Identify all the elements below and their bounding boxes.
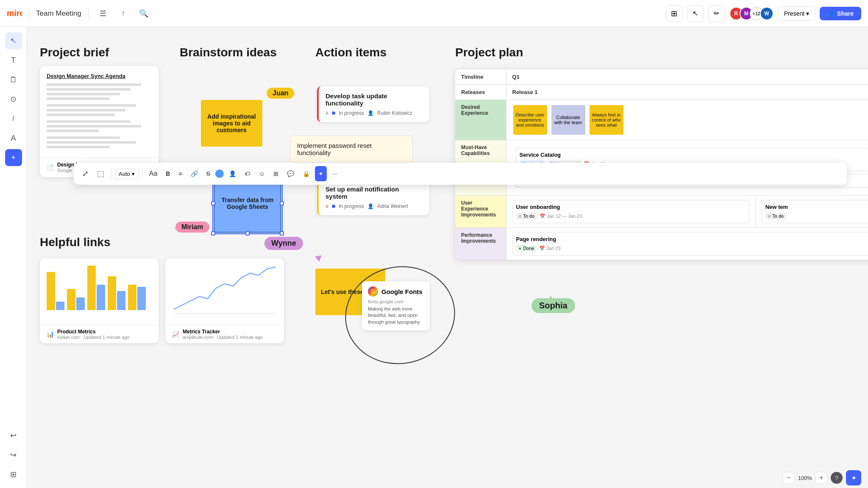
upload-button[interactable]: ↑ [116, 6, 131, 21]
redo-tool[interactable]: ↪ [5, 446, 22, 463]
pp-done: ● Done [516, 245, 537, 252]
avatar-3: W [760, 7, 773, 20]
collaborate-button[interactable]: ✏ [708, 5, 725, 22]
product-metrics-card[interactable]: 📊 Product Metrics looker.com · Updated 1… [40, 258, 159, 343]
card-email-title: Set up email notification system [326, 186, 423, 200]
doc-card[interactable]: Design Manager Sync Agenda 📄 Design Mana… [40, 66, 159, 177]
zoom-level: 100% [798, 475, 812, 481]
board-title: Team Meeting [36, 9, 81, 18]
action-card-password[interactable]: Implement password reset functionality [290, 136, 413, 163]
ft-people[interactable]: 👤 [225, 166, 239, 181]
pp-header-releases: Releases [455, 85, 506, 100]
bar-chart [45, 263, 153, 310]
ft-align[interactable]: ≡ [175, 166, 185, 181]
pp-sticky-describe: Describe user experience and emotions [513, 105, 547, 135]
helpful-links-title: Helpful links [40, 236, 110, 249]
ft-move[interactable]: ⤢ [79, 166, 92, 181]
card-develop-meta: ≡ In progress 👤 Rubin Kotowicz [326, 110, 423, 116]
pp-ux-new: New tem ○ To do [755, 196, 868, 228]
miriam-cursor: Miriam [175, 224, 182, 230]
card-password-title: Implement password reset functionality [297, 142, 406, 156]
bar-b3 [97, 285, 105, 310]
avatar-group: R M +12 W [729, 7, 773, 20]
ft-bold[interactable]: B [162, 166, 173, 181]
zoom-out-button[interactable]: − [783, 472, 795, 484]
select-tool[interactable]: ↖ [5, 32, 22, 49]
add-tool[interactable]: + [5, 149, 22, 166]
pp-new-tem: New tem [765, 204, 868, 210]
help-button[interactable]: ? [831, 472, 843, 484]
sticky-add-inspirational[interactable]: Add inspirational images to aid customer… [201, 100, 262, 147]
pp-service-catalog: Service Catalog [520, 152, 866, 158]
ft-frame[interactable]: ⬚ [94, 166, 108, 181]
pen-tool[interactable]: / [5, 110, 22, 127]
ft-magic[interactable]: ✦ [315, 166, 327, 181]
pointer-button[interactable]: ↖ [687, 5, 704, 22]
card-develop-title: Develop task update functionality [326, 92, 423, 107]
wynne-arrow [315, 255, 323, 263]
doc-icon: 📄 [47, 164, 54, 171]
action-card-develop[interactable]: Develop task update functionality ≡ In p… [317, 86, 429, 122]
ft-font[interactable]: Aa [146, 166, 161, 181]
juan-cursor: Juan [267, 90, 275, 97]
gf-desc: Making the web more beautiful, fast, and… [368, 306, 424, 325]
pp-row-desired: Desired Experience [455, 100, 506, 140]
ft-strike[interactable]: S [203, 166, 214, 181]
ft-more[interactable]: ··· [328, 166, 340, 181]
ft-tag[interactable]: 🏷 [241, 166, 254, 181]
gf-subtitle: fonts.google.com [368, 299, 424, 304]
action-card-email[interactable]: Set up email notification system ≡ In pr… [317, 180, 429, 215]
undo-tool[interactable]: ↩ [5, 427, 22, 444]
note-tool[interactable]: 🗒 [5, 71, 22, 88]
metrics-tracker-title: Metrics Tracker [183, 329, 263, 335]
ft-auto-select[interactable]: Auto ▾ [115, 169, 139, 179]
zoom-in-button[interactable]: + [815, 472, 827, 484]
pp-sticky-collaborate: Collaborate with the team [551, 105, 585, 135]
magic-bottom-button[interactable]: ✦ [846, 470, 861, 485]
product-metrics-meta: looker.com · Updated 1 minute ago [57, 335, 130, 340]
pp-ux-content: User onboarding ○ To do 📅 Jan 12 — Jan 2… [506, 196, 755, 228]
pp-new-todo: ○ To do [765, 213, 787, 219]
pp-perf-content: Page rendering ● Done 📅 Jan 23 [506, 228, 868, 260]
ft-comment[interactable]: 💬 [284, 166, 298, 181]
ft-link[interactable]: 🔗 [187, 166, 201, 181]
pp-header-release1: Release 1 [506, 85, 868, 100]
left-toolbar: ↖ T 🗒 ⊙ / A + ↩ ↪ ⊞ [0, 27, 27, 488]
pp-sticky-always: Always feel in control of who sees what [590, 105, 623, 135]
bar-b5 [137, 287, 146, 310]
pp-header-q1: Q1 [506, 69, 868, 85]
apps-button[interactable]: ⊞ [666, 5, 683, 22]
product-metrics-title: Product Metrics [57, 329, 130, 335]
ft-emoji[interactable]: ☺ [256, 166, 268, 181]
menu-button[interactable]: ☰ [95, 6, 111, 21]
ft-color[interactable] [215, 169, 224, 178]
pp-todo: ○ To do [516, 213, 537, 219]
action-items-title: Action items [315, 46, 387, 59]
metrics-tracker-card[interactable]: 📈 Metrics Tracker amplitude.com · Update… [165, 258, 284, 343]
present-button[interactable]: Present ▾ [778, 6, 815, 21]
text-tool[interactable]: T [5, 52, 22, 69]
brainstorm-title: Brainstorm ideas [180, 46, 277, 59]
ft-lock[interactable]: 🔒 [299, 166, 313, 181]
panel-tool[interactable]: ⊞ [5, 466, 22, 483]
pp-page-rendering: Page rendering [516, 236, 868, 242]
nav-divider [29, 8, 29, 19]
bar-y1 [47, 272, 55, 310]
product-metrics-footer: 📊 Product Metrics looker.com · Updated 1… [40, 324, 159, 343]
pp-row-perf: Performance Improvements [455, 228, 506, 260]
logo[interactable]: miro [7, 8, 22, 19]
juan-label: Juan [267, 88, 294, 99]
pp-desired-content: Describe user experience and emotions Co… [506, 100, 868, 140]
google-fonts-card[interactable]: G Google Fonts fonts.google.com Making t… [362, 281, 430, 330]
share-button[interactable]: 👤 Share [820, 7, 861, 20]
floating-toolbar: ⤢ ⬚ Auto ▾ Aa B ≡ 🔗 S 👤 🏷 ☺ ⊞ 💬 🔒 ✦ ··· [74, 163, 847, 185]
search-button[interactable]: 🔍 [136, 6, 151, 21]
ft-table[interactable]: ⊞ [270, 166, 282, 181]
line-chart-svg [170, 263, 280, 318]
doc-title: Design Manager Sync Agenda [47, 73, 152, 79]
bar-b4 [117, 291, 125, 310]
bottom-bar: − 100% + ? ✦ [776, 468, 868, 488]
pp-row-ux: User Experience Improvements [455, 196, 506, 228]
text2-tool[interactable]: A [5, 130, 22, 147]
shape-tool[interactable]: ⊙ [5, 91, 22, 108]
